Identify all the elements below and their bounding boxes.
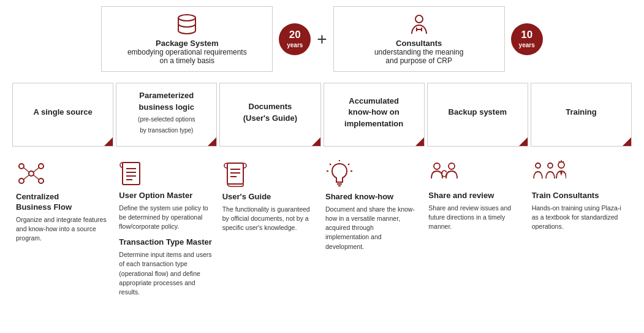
bottom-col-shared-knowhow: Shared know-how Document and share the k… xyxy=(322,158,425,300)
bulb-icon xyxy=(325,160,419,188)
years-badge-left: 20 years xyxy=(279,23,311,55)
database-icon xyxy=(175,13,199,36)
svg-point-35 xyxy=(536,163,540,168)
mid-box-text-6: Training xyxy=(566,106,597,118)
network-icon xyxy=(16,160,109,188)
mid-box-text-3: Documents(User's Guide) xyxy=(243,101,297,124)
svg-point-36 xyxy=(548,163,553,168)
users-guide-title: User's Guide xyxy=(222,192,316,202)
package-system-title: Package System xyxy=(156,39,219,48)
svg-line-13 xyxy=(33,175,39,180)
share-review-desc: Share and review issues and future direc… xyxy=(428,204,521,232)
transaction-type-title: Transaction Type Master xyxy=(119,237,212,248)
mid-box-text-4: Accumulatedknow-how onimplementation xyxy=(344,95,403,130)
mid-box-knowhow: Accumulatedknow-how onimplementation xyxy=(324,83,425,147)
bottom-col-centralized: CentralizedBusiness Flow Organize and in… xyxy=(12,158,115,300)
svg-point-0 xyxy=(178,15,195,21)
mid-box-text-2: Parameterizedbusiness logic (pre-selecte… xyxy=(138,90,195,135)
shared-knowhow-desc: Document and share the know-how in a ver… xyxy=(325,205,419,251)
svg-point-1 xyxy=(415,15,423,23)
svg-point-31 xyxy=(434,163,440,169)
user-option-title: User Option Master xyxy=(119,191,212,201)
svg-point-37 xyxy=(558,162,564,168)
mid-box-text-1: A single source xyxy=(33,106,92,118)
bottom-col-user-option: User Option Master Define the system use… xyxy=(115,158,218,300)
svg-line-10 xyxy=(23,167,29,172)
list-icon xyxy=(119,160,212,187)
years-label-right: years xyxy=(519,42,535,49)
bottom-col-train: Train Consultants Hands-on training usin… xyxy=(528,158,632,300)
shared-knowhow-title: Shared know-how xyxy=(325,192,419,202)
package-system-box: Package System embodying operational req… xyxy=(101,6,273,72)
centralized-title: CentralizedBusiness Flow xyxy=(16,192,109,213)
user-option-desc: Define the system use policy to be deter… xyxy=(119,204,212,232)
people-review-icon xyxy=(428,160,521,187)
consultant-icon xyxy=(407,13,431,36)
document-icon xyxy=(222,160,316,188)
mid-box-param-logic: Parameterizedbusiness logic (pre-selecte… xyxy=(116,83,217,147)
svg-point-32 xyxy=(449,163,455,169)
mid-box-backup: Backup system xyxy=(427,83,528,147)
main-container: Package System embodying operational req… xyxy=(0,0,644,305)
users-guide-desc: The functionality is guaranteed by offic… xyxy=(222,205,316,233)
consultants-subtitle: understanding the meaningand purpose of … xyxy=(374,48,463,65)
years-num-left: 20 xyxy=(289,29,301,41)
top-section: Package System embodying operational req… xyxy=(12,6,632,72)
mid-box-training: Training xyxy=(531,83,632,147)
bottom-col-users-guide: User's Guide The functionality is guaran… xyxy=(219,158,322,300)
mid-box-documents: Documents(User's Guide) xyxy=(219,83,320,147)
svg-line-27 xyxy=(348,164,349,165)
svg-line-12 xyxy=(23,175,29,180)
bottom-col-share-review: Share and review Share and review issues… xyxy=(425,158,528,300)
mid-box-text-5: Backup system xyxy=(449,106,507,118)
train-consultants-title: Train Consultants xyxy=(532,191,625,201)
mid-box-single-source: A single source xyxy=(12,83,113,147)
centralized-desc: Organize and integrate features and know… xyxy=(16,215,109,243)
share-review-title: Share and review xyxy=(428,191,521,201)
transaction-type-desc: Determine input items and users of each … xyxy=(119,250,212,297)
years-badge-right: 10 years xyxy=(511,23,543,55)
consultants-title: Consultants xyxy=(396,39,442,48)
bottom-section: CentralizedBusiness Flow Organize and in… xyxy=(12,158,632,300)
plus-sign: + xyxy=(317,29,327,49)
svg-rect-14 xyxy=(123,163,140,185)
consultants-box: Consultants understanding the meaningand… xyxy=(333,6,505,72)
years-label-left: years xyxy=(287,42,303,49)
years-num-right: 10 xyxy=(521,29,532,41)
svg-line-28 xyxy=(330,164,331,165)
train-consultants-desc: Hands-on training using Plaza-i as a tex… xyxy=(532,204,625,232)
train-consultant-icon xyxy=(532,160,625,187)
package-system-subtitle: embodying operational requirementson a t… xyxy=(127,48,247,65)
svg-line-11 xyxy=(33,167,39,172)
middle-section: A single source Parameterizedbusiness lo… xyxy=(12,83,632,147)
